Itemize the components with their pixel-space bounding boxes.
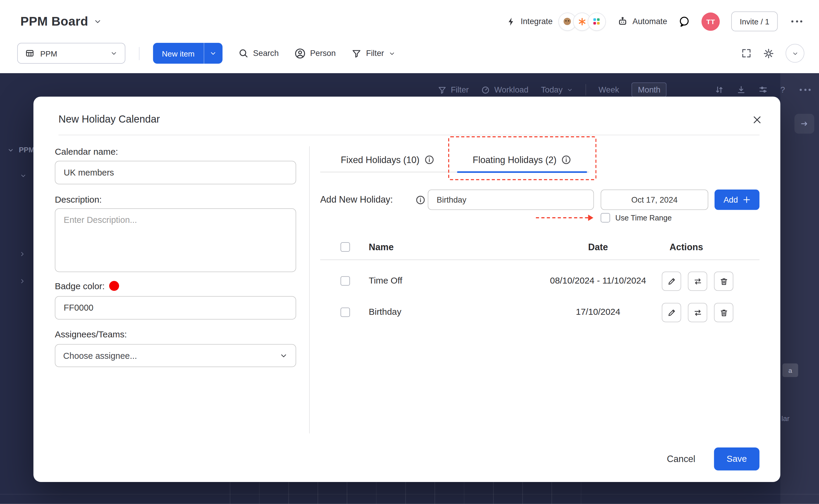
integration-app-badges bbox=[558, 12, 606, 30]
background-timeline-grid bbox=[230, 482, 585, 504]
info-icon[interactable] bbox=[562, 155, 571, 165]
tab-fixed-holidays[interactable]: Fixed Holidays (10) bbox=[320, 148, 455, 172]
board-grid-icon bbox=[25, 48, 35, 58]
edit-button[interactable] bbox=[662, 303, 681, 322]
add-new-holiday-label: Add New Holiday: bbox=[320, 194, 393, 205]
save-button[interactable]: Save bbox=[714, 447, 759, 470]
robot-icon bbox=[617, 16, 628, 26]
badge-color-label: Badge color: bbox=[55, 281, 119, 292]
swap-button[interactable] bbox=[688, 303, 707, 322]
sort-icon bbox=[715, 85, 724, 95]
pencil-icon bbox=[667, 276, 676, 286]
use-time-range-checkbox[interactable] bbox=[601, 213, 610, 223]
background-workload: Workload bbox=[481, 85, 528, 95]
filter-chevron-icon bbox=[389, 50, 396, 57]
badge-color-swatch[interactable] bbox=[110, 281, 119, 291]
background-filter: Filter bbox=[438, 85, 469, 95]
header-actions: Integrate Autom bbox=[506, 12, 804, 32]
background-group-label: PPM bbox=[19, 146, 35, 154]
select-chevron-icon bbox=[279, 351, 288, 360]
edit-button[interactable] bbox=[662, 272, 681, 291]
add-holiday-button[interactable]: Add bbox=[715, 190, 759, 210]
new-holiday-calendar-modal: New Holiday Calendar Calendar name: Desc… bbox=[33, 97, 780, 482]
filter-button[interactable]: Filter bbox=[351, 48, 396, 58]
holiday-row-date: 08/10/2024 - 11/10/2024 bbox=[525, 276, 671, 286]
tab-floating-holidays[interactable]: Floating Holidays (2) bbox=[455, 148, 589, 172]
search-button[interactable]: Search bbox=[238, 48, 279, 58]
settings-gear-icon[interactable] bbox=[763, 48, 774, 59]
view-chevron-icon bbox=[110, 50, 118, 57]
modal-title-divider bbox=[59, 135, 759, 135]
modal-title: New Holiday Calendar bbox=[59, 113, 160, 125]
top-bar: PPM Board Integrate bbox=[0, 0, 819, 73]
new-item-split-button: New item bbox=[153, 43, 222, 64]
background-week: Week bbox=[598, 85, 619, 95]
modal-column-divider bbox=[309, 146, 310, 433]
close-icon[interactable] bbox=[750, 113, 764, 126]
description-label: Description: bbox=[55, 195, 102, 205]
new-item-button[interactable]: New item bbox=[153, 43, 203, 64]
swap-button[interactable] bbox=[688, 272, 707, 291]
search-icon bbox=[238, 48, 248, 58]
table-header-divider bbox=[320, 259, 759, 260]
slack-app-icon[interactable] bbox=[587, 12, 606, 30]
holiday-row-name: Time Off bbox=[369, 276, 402, 286]
toolbar-divider bbox=[139, 47, 140, 60]
invite-button[interactable]: Invite / 1 bbox=[732, 12, 778, 32]
info-icon[interactable] bbox=[425, 155, 434, 165]
collapse-header-button[interactable] bbox=[786, 44, 804, 62]
background-right-band bbox=[780, 73, 819, 504]
calendar-name-label: Calendar name: bbox=[55, 147, 118, 157]
person-icon bbox=[294, 48, 305, 59]
automate-button[interactable]: Automate bbox=[617, 16, 667, 26]
help-icon: ? bbox=[780, 85, 785, 95]
assignee-select[interactable]: Choose assignee... bbox=[55, 344, 296, 367]
person-filter-button[interactable]: Person bbox=[294, 48, 336, 59]
select-all-checkbox[interactable] bbox=[340, 242, 350, 252]
badge-color-input[interactable] bbox=[55, 296, 296, 320]
cancel-button[interactable]: Cancel bbox=[650, 447, 712, 470]
background-fragment: lar bbox=[782, 414, 790, 422]
swap-arrows-icon bbox=[693, 276, 702, 286]
filter-label: Filter bbox=[366, 48, 384, 58]
pencil-icon bbox=[667, 308, 676, 317]
dimmed-board-background: Filter Workload Today Week Month ? PPM bbox=[0, 73, 819, 504]
row-checkbox[interactable] bbox=[340, 276, 350, 286]
app-root: PPM Board Integrate bbox=[0, 0, 819, 504]
background-month: Month bbox=[632, 82, 667, 97]
background-toolbar-divider bbox=[585, 84, 586, 96]
description-textarea[interactable] bbox=[55, 208, 296, 272]
toolbar-right bbox=[741, 44, 804, 62]
info-icon[interactable] bbox=[416, 195, 425, 205]
plus-icon bbox=[743, 196, 750, 204]
background-group-chevron-icon bbox=[7, 147, 14, 154]
row-checkbox[interactable] bbox=[340, 308, 350, 317]
background-row-chevron-icon bbox=[19, 278, 26, 285]
holiday-tabs: Fixed Holidays (10) Floating Holidays (2… bbox=[320, 148, 589, 172]
holiday-name-input[interactable] bbox=[428, 190, 594, 210]
use-time-range-label: Use Time Range bbox=[615, 214, 672, 222]
view-label: PPM bbox=[40, 49, 57, 58]
background-row-chevron-icon bbox=[19, 251, 26, 257]
user-avatar[interactable]: TT bbox=[702, 12, 720, 30]
integrate-button[interactable]: Integrate bbox=[506, 12, 606, 30]
delete-button[interactable] bbox=[714, 272, 733, 291]
background-row-chevron-icon bbox=[20, 172, 27, 179]
funnel-icon bbox=[438, 85, 447, 94]
assignee-placeholder: Choose assignee... bbox=[63, 351, 137, 361]
fullscreen-icon[interactable] bbox=[741, 48, 751, 58]
delete-button[interactable] bbox=[714, 303, 733, 322]
holiday-row-date: 17/10/2024 bbox=[525, 307, 671, 317]
new-item-dropdown-button[interactable] bbox=[204, 43, 222, 64]
date-column-header: Date bbox=[525, 242, 671, 253]
background-scroll-right-icon bbox=[795, 114, 815, 134]
annotation-arrowhead bbox=[588, 214, 593, 220]
swap-arrows-icon bbox=[693, 308, 702, 317]
more-options-icon[interactable] bbox=[789, 18, 804, 24]
chat-bubble-icon[interactable] bbox=[679, 16, 690, 27]
board-title-chevron-icon[interactable] bbox=[93, 17, 102, 26]
calendar-name-input[interactable] bbox=[55, 161, 296, 184]
background-grid-line bbox=[0, 494, 819, 494]
holiday-date-input[interactable] bbox=[601, 190, 708, 210]
view-selector[interactable]: PPM bbox=[17, 43, 125, 64]
